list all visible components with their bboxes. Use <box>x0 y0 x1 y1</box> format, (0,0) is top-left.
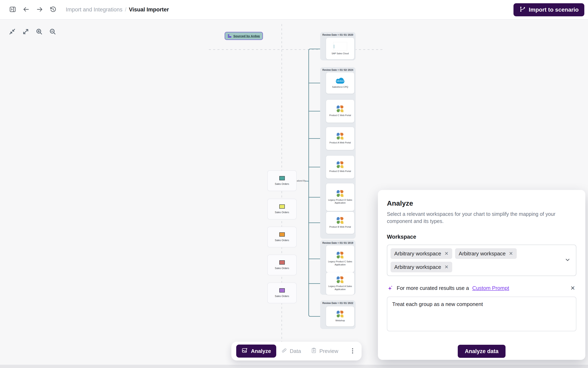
node-label: Product B Web Portal <box>329 225 351 228</box>
top-bar: Import and Integrations / Visual Importe… <box>0 0 588 19</box>
workspace-chip: Arbitrary workspace ✕ <box>390 248 452 259</box>
group-title: Review Date = 01/ 01/ 2019 <box>322 241 353 244</box>
data-graph-icon <box>281 347 287 355</box>
analyze-data-button[interactable]: Analyze data <box>458 345 505 358</box>
pinwheel-app-icon <box>337 276 344 283</box>
panel-actions: Analyze data <box>387 345 576 358</box>
panel-toggle-icon <box>9 6 16 13</box>
app-node-sap-sales-cloud[interactable]: SAP Sales Cloud <box>326 38 354 59</box>
node-label: Sales Orders <box>275 211 289 214</box>
app-node-salesforce-cpq[interactable]: salesforce Salesforce CPQ <box>326 73 354 94</box>
app-node-webshop[interactable]: Webshop <box>326 306 354 326</box>
salesforce-cloud-icon: salesforce <box>335 77 345 84</box>
sidebar-toggle-button[interactable] <box>7 4 18 15</box>
group-title: Review Date = 01/ 01/ 2020 <box>322 33 353 36</box>
fit-to-view-button[interactable] <box>7 27 17 37</box>
blank-image-logo <box>333 42 347 51</box>
expand-icon <box>22 28 29 36</box>
history-button[interactable] <box>48 4 58 15</box>
node-label: Product A Web Portal <box>330 141 351 144</box>
custom-prompt-link[interactable]: Custom Prompt <box>472 285 509 291</box>
node-label: Legacy Product C Sales Application <box>327 260 353 266</box>
analyze-panel: Analyze Select a relevant workspaces for… <box>378 190 585 360</box>
panel-description: Select a relevant workspaces for your ch… <box>387 211 571 225</box>
sales-orders-node[interactable]: Sales Orders <box>267 170 297 191</box>
pinwheel-app-icon <box>337 311 344 318</box>
group-title: Review Date = 01/ 02/ 2024 <box>322 69 353 71</box>
breadcrumb-current: Visual Importer <box>129 7 169 13</box>
node-label: SAP Sales Cloud <box>332 52 349 55</box>
app-node-product-b-web-portal[interactable]: Product B Web Portal <box>326 212 354 234</box>
chevron-down-icon[interactable] <box>565 257 571 264</box>
bar-chart-icon <box>228 35 231 37</box>
app-node-legacy-product-c-sales[interactable]: Legacy Product C Sales Application <box>326 245 354 272</box>
collapse-icon <box>9 28 16 36</box>
panel-title: Analyze <box>387 199 576 207</box>
visual-importer-screen: Import and Integrations / Visual Importe… <box>0 0 588 368</box>
node-label: Sales Orders <box>275 239 289 242</box>
zoom-in-icon <box>36 28 43 36</box>
workspace-chip-label: Arbitrary workspace <box>459 250 506 257</box>
clipboard-play-icon <box>311 347 317 355</box>
pinwheel-app-icon <box>337 252 344 259</box>
pinwheel-app-icon <box>337 190 344 197</box>
more-options-button[interactable] <box>349 347 357 355</box>
component-color-swatch <box>279 288 285 293</box>
pinwheel-app-icon <box>337 217 344 224</box>
arrow-left-icon <box>23 6 30 13</box>
breadcrumb-parent[interactable]: Import and Integrations <box>66 7 123 13</box>
zoom-out-button[interactable] <box>48 27 57 37</box>
zoom-out-icon <box>49 28 56 36</box>
sparkle-icon <box>387 285 393 292</box>
workspace-label: Workspace <box>387 234 576 240</box>
prompt-hint-text: For more curated results use a <box>397 285 469 291</box>
chip-remove-icon[interactable]: ✕ <box>509 251 513 256</box>
back-button[interactable] <box>21 4 31 15</box>
import-to-scenario-label: Import to scenario <box>529 7 579 13</box>
pinwheel-app-icon <box>337 133 344 140</box>
close-icon[interactable]: ✕ <box>569 285 576 292</box>
salesforce-logo-text: salesforce <box>335 80 345 82</box>
sourced-tag-label: Sourced by Ardoq <box>233 34 260 38</box>
workspace-chip-label: Arbitrary workspace <box>394 264 441 270</box>
sales-orders-node[interactable]: Sales Orders <box>267 227 297 248</box>
forward-button[interactable] <box>34 4 45 15</box>
sales-orders-node[interactable]: Sales Orders <box>267 255 297 275</box>
node-label: Sales Orders <box>275 295 289 298</box>
kebab-menu-icon <box>350 347 355 355</box>
canvas-toolbar <box>7 27 57 37</box>
node-label: Legacy Product A Sales Application <box>327 285 353 291</box>
node-label: Sales Orders <box>275 183 289 185</box>
tab-analyze[interactable]: Analyze <box>236 345 276 358</box>
app-node-legacy-product-d-sales[interactable]: Legacy Product D Sales Application <box>326 183 354 211</box>
tab-preview-label: Preview <box>319 348 338 354</box>
app-node-product-d-web-portal[interactable]: Product D Web Portal <box>326 156 354 178</box>
expand-view-button[interactable] <box>21 27 31 37</box>
app-node-legacy-product-a-sales[interactable]: Legacy Product A Sales Application <box>326 272 354 295</box>
arrow-right-icon <box>36 6 43 13</box>
image-sparkle-icon <box>242 347 248 355</box>
chip-remove-icon[interactable]: ✕ <box>445 265 449 269</box>
tab-data-label: Data <box>290 348 301 354</box>
sourced-by-ardoq-tag[interactable]: Sourced by Ardoq <box>225 32 263 40</box>
node-label: Product D Web Portal <box>329 170 351 173</box>
component-color-swatch <box>279 260 285 265</box>
app-node-product-c-web-portal[interactable]: Product C Web Portal <box>326 100 354 123</box>
sales-orders-node[interactable]: Sales Orders <box>267 283 297 303</box>
chip-remove-icon[interactable]: ✕ <box>445 251 449 256</box>
zoom-in-button[interactable] <box>34 27 44 37</box>
node-label: Sales Orders <box>275 267 289 270</box>
window-bottom-edge <box>0 365 588 368</box>
sales-orders-node[interactable]: Sales Orders <box>267 199 297 220</box>
node-label: Salesforce CPQ <box>332 85 348 88</box>
group-title: Review Date = 01/ 01/ 2022 <box>322 302 353 304</box>
custom-prompt-hint-row: For more curated results use a Custom Pr… <box>387 285 576 292</box>
app-node-product-a-web-portal[interactable]: Product A Web Portal <box>326 127 354 150</box>
component-color-swatch <box>279 176 285 180</box>
custom-prompt-textarea[interactable]: Treat each group as a new component <box>387 297 576 331</box>
workspace-multiselect[interactable]: Arbitrary workspace ✕ Arbitrary workspac… <box>387 245 576 276</box>
tab-data[interactable]: Data <box>276 345 306 358</box>
import-to-scenario-button[interactable]: Import to scenario <box>513 3 584 16</box>
pinwheel-app-icon <box>337 105 344 112</box>
tab-preview[interactable]: Preview <box>306 345 343 358</box>
